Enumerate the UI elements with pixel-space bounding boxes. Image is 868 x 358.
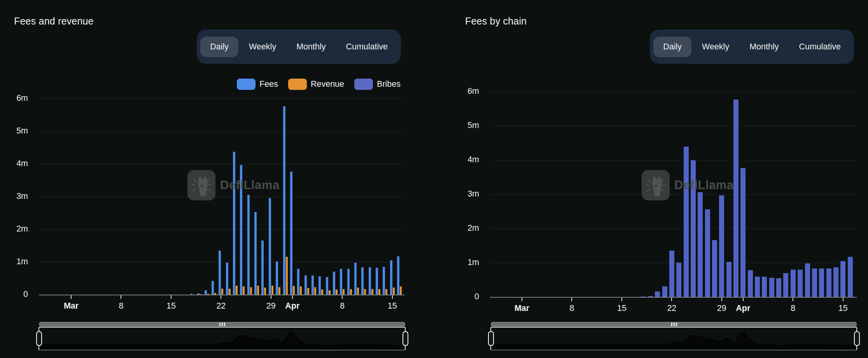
revenue-bar xyxy=(207,294,209,295)
fees-bar xyxy=(290,172,292,295)
fees-bar xyxy=(340,269,342,295)
y-axis-label: 1m xyxy=(452,258,479,267)
x-axis-tick xyxy=(621,298,622,301)
x-axis-label: Mar xyxy=(56,301,87,311)
fees-bar xyxy=(197,293,200,295)
x-axis-tick xyxy=(292,295,293,299)
x-axis-label: 8 xyxy=(777,304,808,313)
revenue-bar xyxy=(314,287,316,295)
revenue-bar xyxy=(278,287,280,295)
fees-bar xyxy=(333,272,335,295)
revenue-bar xyxy=(236,286,238,295)
revenue-bar xyxy=(329,290,331,295)
fees-bar xyxy=(776,278,781,297)
x-axis-label: 15 xyxy=(156,301,187,311)
fees-bar xyxy=(369,267,371,295)
interval-tab-bar: DailyWeeklyMonthlyCumulative xyxy=(197,30,401,64)
y-axis-label: 2m xyxy=(1,224,28,234)
defillama-logo-icon xyxy=(642,170,670,200)
fees-bar xyxy=(662,286,667,297)
x-axis-tick xyxy=(220,295,221,299)
x-axis-label: Mar xyxy=(506,304,537,313)
fees-bar xyxy=(798,270,803,297)
x-axis-tick xyxy=(342,295,343,299)
x-axis-tick xyxy=(71,295,72,299)
revenue-bar xyxy=(357,288,359,295)
fees-bar xyxy=(361,267,364,295)
tab-daily[interactable]: Daily xyxy=(653,37,691,57)
y-axis-label: 6m xyxy=(1,93,28,103)
fees-bar xyxy=(254,212,257,295)
y-axis-label: 3m xyxy=(1,191,28,201)
x-axis-label: Apr xyxy=(728,304,759,313)
y-axis-label: 2m xyxy=(452,223,479,233)
brush-preview-area[interactable] xyxy=(39,327,405,350)
fees-bar xyxy=(233,152,235,295)
revenue-bar xyxy=(286,257,288,295)
scrollbar-grip-icon[interactable] xyxy=(219,323,225,326)
brush-left-handle[interactable] xyxy=(488,331,494,346)
bribes-swatch xyxy=(354,79,373,90)
legend-label: Fees xyxy=(259,79,278,89)
revenue-bar xyxy=(343,289,345,295)
fees-bar xyxy=(712,240,717,297)
legend-item-fees[interactable]: Fees xyxy=(237,79,278,90)
x-axis-tick xyxy=(392,295,393,299)
gridline-5m xyxy=(490,126,857,126)
x-axis-label: 8 xyxy=(556,304,587,313)
brush-left-handle[interactable] xyxy=(36,331,42,346)
x-axis-label: 22 xyxy=(205,301,236,311)
fees-bar xyxy=(190,294,192,295)
tab-cumulative[interactable]: Cumulative xyxy=(336,37,397,57)
scrollbar-grip-icon[interactable] xyxy=(671,323,677,326)
revenue-bar xyxy=(221,289,223,295)
y-axis-label: 0 xyxy=(1,290,28,299)
gridline-4m xyxy=(39,164,404,164)
revenue-bar xyxy=(243,286,245,295)
fees-bar xyxy=(826,268,831,297)
tab-monthly[interactable]: Monthly xyxy=(740,37,788,57)
tab-cumulative[interactable]: Cumulative xyxy=(789,37,850,57)
tab-monthly[interactable]: Monthly xyxy=(287,37,335,57)
tab-weekly[interactable]: Weekly xyxy=(692,37,739,57)
y-axis-label: 3m xyxy=(452,189,479,199)
legend-label: Revenue xyxy=(311,79,344,89)
fees-bar xyxy=(397,256,399,295)
x-axis-tick xyxy=(843,298,844,301)
fees-bar xyxy=(691,160,696,297)
x-axis-tick xyxy=(721,298,722,301)
brush-right-handle[interactable] xyxy=(402,331,408,346)
fees-bar xyxy=(383,267,385,295)
legend-item-revenue[interactable]: Revenue xyxy=(288,79,344,90)
tab-weekly[interactable]: Weekly xyxy=(239,37,286,57)
fees-bar xyxy=(669,251,674,297)
y-axis-label: 5m xyxy=(452,121,479,130)
fees-bar xyxy=(848,257,853,297)
fees-bar xyxy=(783,273,788,297)
legend-label: Bribes xyxy=(377,79,401,89)
revenue-bar xyxy=(400,286,402,295)
fees-bar xyxy=(719,195,724,297)
fees-bar xyxy=(304,276,307,295)
fees-bar xyxy=(648,296,653,297)
fees-bar xyxy=(740,168,746,297)
gridline-4m xyxy=(490,160,857,160)
defillama-logo-icon xyxy=(187,170,215,200)
x-axis-line xyxy=(490,297,857,298)
fees-bar xyxy=(698,192,703,297)
defillama-watermark-text: DefiLlama xyxy=(220,178,280,192)
revenue-bar xyxy=(229,289,231,295)
brush-right-handle[interactable] xyxy=(854,331,860,346)
gridline-6m xyxy=(490,91,857,92)
fees-bar xyxy=(769,278,774,297)
brush-preview-area[interactable] xyxy=(491,327,857,350)
revenue-bar xyxy=(350,289,352,295)
gridline-1m xyxy=(39,262,404,262)
fees-bar xyxy=(733,100,738,297)
legend-item-bribes[interactable]: Bribes xyxy=(354,79,401,90)
y-axis-label: 0 xyxy=(452,292,479,302)
fees-bar xyxy=(219,251,221,295)
fees-bar xyxy=(297,269,299,295)
revenue-bar xyxy=(200,294,202,295)
tab-daily[interactable]: Daily xyxy=(200,37,238,57)
